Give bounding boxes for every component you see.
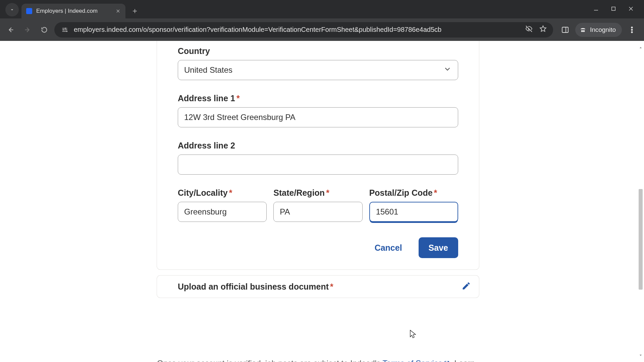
- browser-chrome: Employers | Indeed.com employers.: [0, 0, 644, 41]
- save-button[interactable]: Save: [419, 237, 458, 258]
- eye-off-icon[interactable]: [525, 25, 533, 35]
- terms-of-service-link[interactable]: Terms of Service: [383, 359, 450, 362]
- country-value: United States: [184, 65, 232, 75]
- svg-point-3: [66, 31, 68, 32]
- tab-title: Employers | Indeed.com: [36, 8, 111, 14]
- address1-input[interactable]: [184, 108, 452, 127]
- browser-tab[interactable]: Employers | Indeed.com: [21, 4, 125, 18]
- external-link-icon: [442, 359, 450, 362]
- mouse-cursor: [410, 330, 417, 339]
- address2-field: Address line 2: [178, 141, 458, 175]
- window-controls: [593, 0, 644, 18]
- window-maximize-button[interactable]: [610, 6, 616, 13]
- svg-point-2: [63, 29, 64, 31]
- address2-input[interactable]: [184, 155, 452, 174]
- reload-icon: [41, 26, 48, 34]
- country-label: Country: [178, 46, 458, 56]
- state-label: State/Region*: [273, 188, 362, 198]
- star-icon: [539, 25, 547, 33]
- address-form: Country United States Address line 1* Ad…: [157, 41, 479, 269]
- arrow-left-icon: [7, 26, 14, 34]
- city-input[interactable]: [184, 202, 260, 222]
- incognito-indicator[interactable]: Incognito: [575, 23, 622, 37]
- bookmark-button[interactable]: [539, 25, 547, 35]
- address-form-card: Country United States Address line 1* Ad…: [157, 41, 479, 298]
- scrollbar-thumb[interactable]: [639, 189, 643, 290]
- incognito-label: Incognito: [590, 26, 616, 34]
- city-state-zip-row: City/Locality* State/Region* Postal/Zip …: [178, 188, 458, 222]
- form-actions: Cancel Save: [178, 237, 458, 258]
- country-select[interactable]: United States: [178, 60, 458, 80]
- state-input-wrap: [273, 202, 362, 222]
- address1-field: Address line 1*: [178, 94, 458, 127]
- favicon-icon: [26, 8, 32, 14]
- chevron-down-icon: [9, 7, 15, 12]
- new-tab-button[interactable]: [129, 5, 141, 17]
- back-button[interactable]: [4, 23, 17, 37]
- scroll-up-icon[interactable]: [638, 45, 643, 50]
- reload-button[interactable]: [38, 23, 51, 37]
- state-field: State/Region*: [273, 188, 362, 222]
- toolbar-right: Incognito: [556, 23, 640, 37]
- postal-label: Postal/Zip Code*: [369, 188, 458, 198]
- window-close-button[interactable]: [628, 6, 634, 13]
- arrow-right-icon: [24, 26, 31, 34]
- tab-search-button[interactable]: [5, 3, 19, 16]
- required-marker: *: [236, 94, 240, 103]
- svg-point-5: [631, 27, 633, 28]
- url-text: employers.indeed.com/o/sponsor/verificat…: [74, 26, 520, 34]
- address-bar[interactable]: employers.indeed.com/o/sponsor/verificat…: [54, 22, 553, 38]
- footer-text: Once your account is verified, job posts…: [157, 358, 479, 362]
- city-input-wrap: [178, 202, 267, 222]
- site-settings-button[interactable]: [60, 25, 69, 34]
- plus-icon: [132, 8, 138, 14]
- browser-menu-button[interactable]: [626, 24, 638, 36]
- cancel-button[interactable]: Cancel: [364, 237, 413, 258]
- svg-rect-0: [612, 7, 615, 10]
- address2-label: Address line 2: [178, 141, 458, 150]
- panel-icon: [561, 26, 569, 34]
- country-field: Country United States: [178, 46, 458, 80]
- page-viewport: Country United States Address line 1* Ad…: [0, 41, 644, 362]
- incognito-icon: [579, 26, 587, 34]
- svg-point-1: [65, 27, 66, 29]
- kebab-icon: [628, 26, 636, 34]
- state-input[interactable]: [280, 202, 356, 222]
- svg-point-6: [631, 29, 633, 31]
- tune-icon: [61, 26, 68, 34]
- address1-input-wrap: [178, 107, 458, 127]
- svg-point-7: [631, 32, 633, 33]
- pencil-icon[interactable]: [462, 281, 471, 292]
- postal-input-wrap: [369, 202, 458, 222]
- tabstrip: Employers | Indeed.com: [0, 0, 644, 18]
- city-field: City/Locality*: [178, 188, 267, 222]
- upload-document-card[interactable]: Upload an official business document*: [157, 276, 479, 298]
- address1-label: Address line 1*: [178, 94, 458, 103]
- city-label: City/Locality*: [178, 188, 267, 198]
- close-icon: [116, 9, 120, 13]
- svg-rect-4: [562, 27, 568, 33]
- tab-close-button[interactable]: [115, 8, 121, 14]
- chevron-down-icon: [443, 65, 452, 75]
- postal-input[interactable]: [376, 202, 451, 221]
- scroll-down-icon[interactable]: [638, 353, 643, 358]
- vertical-scrollbar[interactable]: [638, 45, 643, 358]
- upload-title: Upload an official business document*: [178, 282, 333, 292]
- side-panel-button[interactable]: [559, 24, 571, 36]
- postal-field: Postal/Zip Code*: [369, 188, 458, 222]
- toolbar: employers.indeed.com/o/sponsor/verificat…: [0, 18, 644, 41]
- address2-input-wrap: [178, 155, 458, 175]
- window-minimize-button[interactable]: [593, 6, 599, 13]
- forward-button[interactable]: [21, 23, 34, 37]
